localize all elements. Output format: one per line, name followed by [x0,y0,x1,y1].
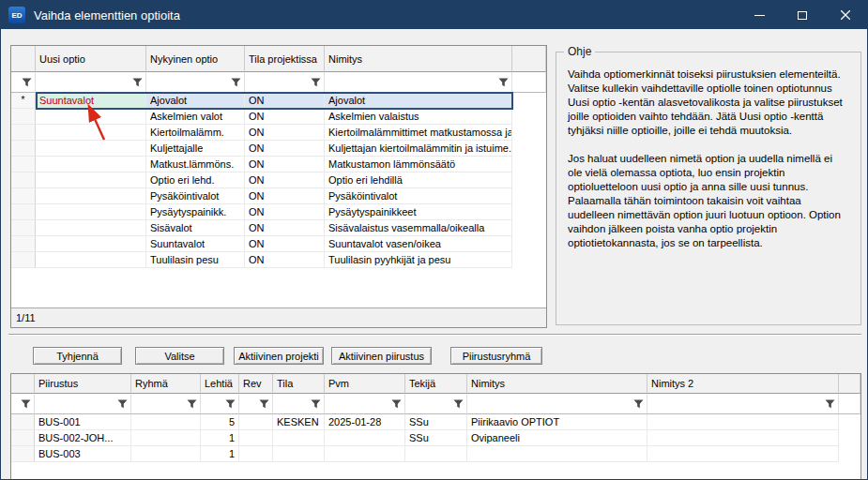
row-selector[interactable] [11,109,36,125]
cell[interactable]: Askelmien valot [146,109,245,125]
column-header[interactable]: Piirustus [35,374,131,394]
filter-cell[interactable] [131,394,201,414]
cell[interactable]: ON [245,157,325,172]
cell[interactable]: 5 [201,414,239,430]
piirustusryhma-button[interactable]: Piirustusryhmä [450,347,542,365]
row-selector[interactable] [11,125,36,141]
filter-funnel-icon[interactable] [498,78,509,87]
cell[interactable]: ON [245,204,325,220]
tyhjenna-button[interactable]: Tyhjennä [33,347,122,365]
cell[interactable] [36,125,146,141]
row-selector[interactable] [11,252,36,268]
cell[interactable]: ON [245,188,325,204]
cell[interactable] [36,204,146,220]
filter-funnel-icon[interactable] [225,399,236,409]
cell[interactable]: Kiertoilmalämm. [146,125,245,141]
row-selector[interactable] [11,141,36,157]
column-header[interactable]: Nimitys [325,46,512,72]
cell[interactable]: Sisävalaistus vasemmalla/oikealla [325,220,512,236]
table-row[interactable]: KuljettajalleONKuljettajan kiertoilmaläm… [11,141,546,157]
table-row[interactable]: Optio eri lehd.ONOptio eri lehdillä [11,172,546,188]
table-row[interactable]: BUS-0031 [11,446,860,462]
cell[interactable]: SSu [405,430,467,446]
cell[interactable] [131,446,201,462]
aktiivinen-projekti-button[interactable]: Aktiivinen projekti [234,347,324,365]
cell[interactable] [131,414,201,430]
filter-funnel-icon[interactable] [259,399,269,409]
cell[interactable]: Kuljettajan kiertoilmalämmitin ja istuim… [325,141,512,157]
cell[interactable]: Tuulilasin pyyhkijät ja pesu [325,252,512,268]
cell[interactable]: BUS-003 [35,446,131,462]
cell[interactable]: Matkustamon lämmönsäätö [325,157,512,172]
filter-funnel-icon[interactable] [311,78,321,87]
cell[interactable]: Kuljettajalle [146,141,245,157]
column-header[interactable]: Nykyinen optio [146,46,245,72]
row-selector[interactable]: * [11,93,36,109]
table-row[interactable]: Matkust.lämmöns.ONMatkustamon lämmönsäät… [11,157,546,172]
filter-cell[interactable] [201,394,239,414]
column-header[interactable]: Pvm [325,374,405,394]
column-header[interactable]: Rev [239,374,273,394]
cell[interactable] [36,172,146,188]
column-header[interactable]: Lehtiä [201,374,239,394]
cell[interactable] [325,446,405,462]
cell[interactable]: Pysäytyspainikk. [146,204,245,220]
cell[interactable]: Sisävalot [146,220,245,236]
cell[interactable]: Ajovalot [325,93,512,109]
cell[interactable]: ON [245,252,325,268]
cell[interactable]: ON [245,93,325,109]
cell[interactable] [131,430,201,446]
filter-funnel-icon[interactable] [132,78,143,87]
cell[interactable]: Matkust.lämmöns. [146,157,245,172]
cell[interactable]: Pysäytyspainikkeet [325,204,512,220]
cell[interactable]: 1 [201,430,239,446]
maximize-button[interactable] [781,1,824,29]
cell[interactable]: Ajovalot [146,93,245,109]
filter-cell[interactable] [11,394,35,414]
cell[interactable]: ON [245,220,325,236]
cell[interactable] [36,157,146,172]
cell[interactable]: Pysäköintivalot [146,188,245,204]
filter-funnel-icon[interactable] [453,399,464,409]
cell[interactable] [467,446,647,462]
cell[interactable] [36,188,146,204]
cell[interactable]: Ovipaneeli [467,430,647,446]
table-row[interactable]: Pysäytyspainikk.ONPysäytyspainikkeet [11,204,546,220]
filter-cell[interactable] [405,394,467,414]
cell[interactable] [273,446,325,462]
filter-funnel-icon[interactable] [633,399,644,409]
filter-cell[interactable] [245,72,325,93]
row-selector[interactable] [11,172,36,188]
filter-funnel-icon[interactable] [825,399,835,409]
cell[interactable]: Askelmien valaistus [325,109,512,125]
filter-cell[interactable] [467,394,647,414]
row-selector[interactable] [11,204,36,220]
cell[interactable]: ON [245,125,325,141]
cell[interactable]: 2025-01-28 [325,414,405,430]
filter-funnel-icon[interactable] [391,399,402,409]
filter-cell[interactable] [146,72,245,93]
filter-cell[interactable] [325,394,405,414]
cell[interactable]: Piirikaavio OPTIOT [467,414,647,430]
filter-cell[interactable] [35,394,131,414]
row-selector[interactable] [11,236,36,252]
table-row[interactable]: PysäköintivalotONPysäköintivalot [11,188,546,204]
row-selector[interactable] [11,188,36,204]
cell[interactable] [36,252,146,268]
column-header[interactable]: Ryhmä [131,374,201,394]
filter-funnel-icon[interactable] [187,399,197,409]
table-row[interactable]: Askelmien valotONAskelmien valaistus [11,109,546,125]
filter-cell[interactable] [647,394,839,414]
column-header[interactable]: Uusi optio [36,46,146,72]
cell[interactable]: Tuulilasin pesu [146,252,245,268]
filter-funnel-icon[interactable] [311,399,321,409]
cell[interactable]: Optio eri lehdillä [325,172,512,188]
cell[interactable]: BUS-002-JOH... [35,430,131,446]
cell[interactable]: Pysäköintivalot [325,188,512,204]
cell[interactable] [325,430,405,446]
cell[interactable]: Suuntavalot vasen/oikea [325,236,512,252]
cell[interactable]: BUS-001 [35,414,131,430]
column-header[interactable]: Nimitys 2 [647,374,839,394]
cell[interactable] [273,430,325,446]
cell[interactable] [36,236,146,252]
